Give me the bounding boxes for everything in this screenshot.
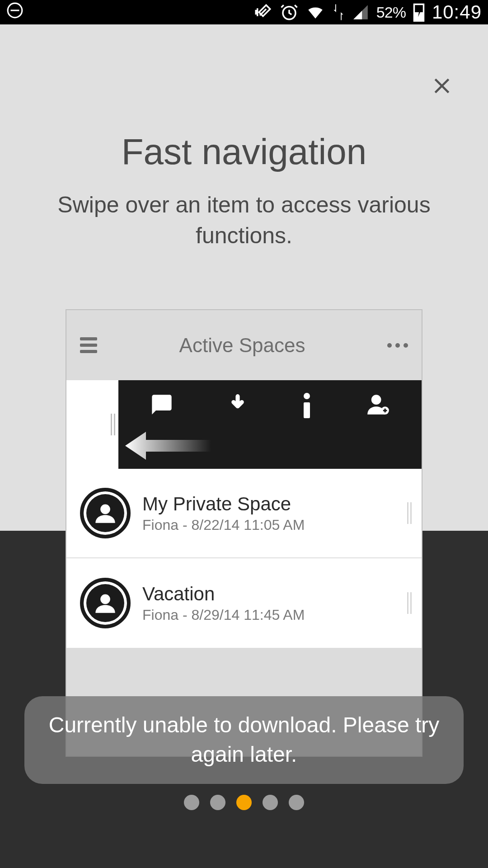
- space-name: My Private Space: [142, 493, 305, 515]
- svg-point-6: [304, 393, 310, 399]
- vibrate-icon: [253, 3, 272, 22]
- svg-rect-7: [304, 402, 310, 418]
- space-meta: Fiona - 8/29/14 11:45 AM: [142, 607, 305, 623]
- chat-icon: [150, 393, 174, 418]
- add-user-icon: [366, 393, 390, 418]
- avatar-icon: [80, 578, 131, 628]
- page-dot[interactable]: [210, 795, 225, 810]
- svg-point-8: [371, 395, 381, 405]
- cell-signal-icon: [352, 4, 369, 21]
- list-item: Vacation Fiona - 8/29/14 11:45 AM: [66, 558, 422, 648]
- clock-time: 10:49: [432, 1, 482, 23]
- svg-point-11: [100, 594, 110, 604]
- info-icon: [301, 393, 312, 420]
- status-bar: 52% 10:49: [0, 0, 488, 24]
- page-dot[interactable]: [184, 795, 199, 810]
- download-icon: [228, 393, 248, 418]
- illustration-header: Active Spaces: [66, 310, 422, 380]
- drag-handle-icon: [407, 502, 412, 524]
- svg-point-10: [100, 505, 110, 514]
- battery-percentage: 52%: [376, 4, 406, 21]
- toast-message: Currently unable to download. Please try…: [24, 696, 464, 784]
- tutorial-illustration: Active Spaces My Private: [66, 309, 422, 757]
- swipe-actions-row: [66, 380, 422, 469]
- space-meta: Fiona - 8/22/14 11:05 AM: [142, 517, 305, 533]
- page-title: Fast navigation: [0, 131, 488, 173]
- do-not-disturb-icon: [6, 2, 23, 23]
- hamburger-icon: [80, 337, 97, 353]
- data-sync-icon: [332, 3, 345, 22]
- more-icon: [387, 343, 408, 348]
- battery-charging-icon: [413, 3, 425, 22]
- illustration-title: Active Spaces: [97, 334, 387, 357]
- swipe-arrow-icon: [125, 432, 211, 462]
- page-dot-active[interactable]: [236, 795, 252, 810]
- drag-handle-icon: [407, 592, 412, 614]
- alarm-icon: [280, 3, 299, 22]
- drag-handle-icon: [111, 414, 115, 435]
- wifi-icon: [306, 3, 325, 22]
- page-indicator[interactable]: [0, 795, 488, 810]
- page-subtitle: Swipe over an item to access various fun…: [18, 190, 470, 251]
- page-dot[interactable]: [289, 795, 304, 810]
- avatar-icon: [80, 488, 131, 538]
- list-item: My Private Space Fiona - 8/22/14 11:05 A…: [66, 469, 422, 558]
- close-button[interactable]: [429, 70, 455, 104]
- page-dot[interactable]: [263, 795, 278, 810]
- space-name: Vacation: [142, 583, 305, 605]
